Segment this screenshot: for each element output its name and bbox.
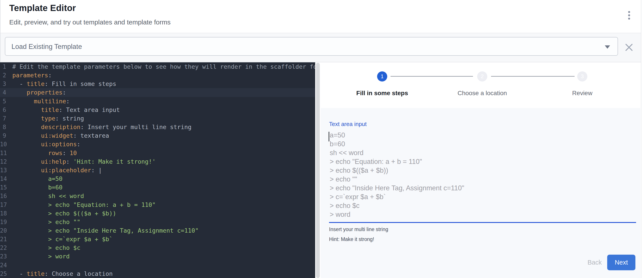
editor-line: 18 > echo $(($a + $b)): [0, 209, 315, 218]
editor-line: 25 - title: Choose a location: [0, 270, 315, 278]
editor-line: 14 a=50: [0, 174, 315, 183]
line-number: 23: [0, 252, 12, 261]
line-number: 10: [0, 140, 12, 149]
line-number: 17: [0, 201, 12, 209]
editor-line: 6 title: Text area input: [0, 105, 315, 114]
line-number: 14: [0, 175, 12, 183]
clear-selection-button[interactable]: [624, 42, 634, 53]
line-number: 19: [0, 218, 12, 227]
textarea-placeholder-line: > echo "Inside Here Tag, Assignment c=11…: [330, 184, 633, 193]
textarea-placeholder-line: > echo $c: [330, 201, 633, 210]
load-template-select-value: Load Existing Template: [12, 43, 82, 51]
close-icon: [624, 42, 634, 53]
line-number: 16: [0, 192, 12, 201]
line-number: 9: [0, 132, 12, 140]
step-label-3: Review: [572, 90, 592, 97]
line-number: 18: [0, 209, 12, 218]
textarea-placeholder-line: > echo $(($a + $b)): [330, 166, 633, 175]
form-panel: Text area input a=50b=60sh << word> echo…: [321, 108, 640, 278]
editor-line: 22 > echo $c: [0, 244, 315, 252]
editor-line: 11 rows: 10: [0, 149, 315, 157]
field-help-text: Hint: Make it strong!: [329, 236, 374, 242]
editor-line: 1# Edit the template parameters below to…: [0, 62, 315, 71]
editor-line: 21 > c=`expr $a + $b`: [0, 235, 315, 244]
line-number: 1: [0, 62, 12, 71]
code-editor[interactable]: 1# Edit the template parameters below to…: [0, 62, 315, 278]
editor-line: 12 ui:help: 'Hint: Make it strong!': [0, 157, 315, 166]
editor-line: 15 b=60: [0, 183, 315, 192]
textarea-placeholder-line: > echo "Equation: a + b = 110": [330, 157, 633, 166]
preview-pane: 1Fill in some steps2Choose a location3Re…: [320, 62, 641, 278]
line-number: 5: [0, 97, 12, 106]
textarea-input[interactable]: a=50b=60sh << word> echo "Equation: a + …: [328, 131, 633, 222]
line-number: 24: [0, 261, 12, 270]
textarea-placeholder-line: > word: [330, 210, 633, 219]
page-header: Template Editor Edit, preview, and try o…: [0, 0, 644, 33]
line-number: 12: [0, 158, 12, 166]
line-number: 15: [0, 183, 12, 192]
next-button[interactable]: Next: [607, 255, 636, 270]
textarea-placeholder-line: sh << word: [330, 148, 633, 157]
line-number: 22: [0, 244, 12, 252]
editor-line: 9 ui:widget: textarea: [0, 131, 315, 140]
editor-line: 3 - title: Fill in some steps: [0, 79, 315, 88]
line-number: 8: [0, 123, 12, 132]
editor-line: 16 sh << word: [0, 192, 315, 200]
main-split: 1# Edit the template parameters below to…: [0, 62, 644, 278]
line-number: 11: [0, 149, 12, 158]
line-number: 2: [0, 71, 12, 80]
editor-line: 17 > echo "Equation: a + b = 110": [0, 201, 315, 209]
step-connector: [390, 76, 473, 77]
textarea-placeholder-line: a=50: [330, 131, 633, 140]
editor-line: 10 ui:options:: [0, 140, 315, 148]
page-subtitle: Edit, preview, and try out templates and…: [9, 18, 170, 26]
page-title: Template Editor: [9, 3, 76, 13]
back-button[interactable]: Back: [582, 257, 607, 268]
editor-line: 4 properties:: [0, 88, 315, 97]
chevron-down-icon: [605, 45, 610, 49]
textarea-underline: [329, 222, 636, 223]
textarea-label: Text area input: [329, 121, 367, 128]
step-label-1: Fill in some steps: [356, 90, 408, 97]
template-editor-page: Template Editor Edit, preview, and try o…: [0, 0, 644, 278]
line-number: 4: [0, 88, 12, 97]
editor-line: 20 > echo "Inside Here Tag, Assignment c…: [0, 226, 315, 235]
line-number: 13: [0, 166, 12, 175]
textarea-placeholder-line: b=60: [330, 140, 633, 148]
textarea-placeholder-line: > c=`expr $a + $b`: [330, 193, 633, 201]
line-number: 3: [0, 80, 12, 88]
step-circle-2: 2: [477, 71, 487, 81]
editor-line: 2parameters:: [0, 71, 315, 79]
pane-divider[interactable]: [316, 63, 320, 278]
editor-line: 24: [0, 261, 315, 270]
line-number: 7: [0, 114, 12, 123]
line-number: 20: [0, 227, 12, 235]
scrollbar-gutter[interactable]: [641, 0, 644, 278]
line-number: 6: [0, 106, 12, 114]
kebab-menu-icon[interactable]: [624, 9, 634, 23]
step-circle-1: 1: [377, 71, 387, 81]
textarea-placeholder-line: > echo "": [330, 175, 633, 184]
step-circle-3: 3: [577, 71, 587, 81]
line-number: 25: [0, 270, 12, 278]
line-number: 21: [0, 235, 12, 244]
editor-line: 23 > word: [0, 252, 315, 261]
editor-line: 19 > echo "": [0, 218, 315, 226]
editor-line: 7 type: string: [0, 114, 315, 123]
load-template-select[interactable]: Load Existing Template: [5, 37, 618, 56]
template-picker-section: Load Existing Template: [0, 33, 644, 62]
step-label-2: Choose a location: [458, 90, 507, 97]
editor-line: 5 multiline:: [0, 97, 315, 105]
editor-line: 13 ui:placeholder: |: [0, 166, 315, 174]
step-connector: [491, 76, 574, 77]
field-description: Insert your multi line string: [329, 227, 388, 232]
text-caret: [328, 132, 329, 141]
editor-line: 8 description: Insert your multi line st…: [0, 123, 315, 131]
